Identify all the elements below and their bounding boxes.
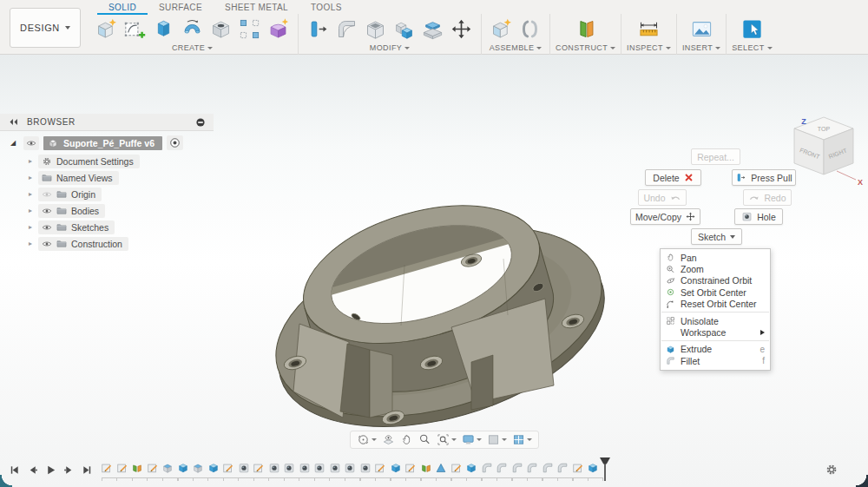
activate-component-radio-icon[interactable] [169,137,181,148]
expand-arrow-icon[interactable]: ▸ [26,223,35,231]
expand-arrow-icon[interactable]: ▸ [26,157,35,165]
redo-button[interactable]: Redo [743,189,792,206]
menu-item-workspace[interactable]: Workspace [661,326,770,338]
timeline-feature-hole-12[interactable] [268,461,280,475]
timeline-feature-hole-13[interactable] [283,461,295,475]
create-sketch-tool-button[interactable] [121,15,149,43]
browser-item-named-views[interactable]: ▸Named Views [0,169,214,186]
move-tool-button[interactable] [447,15,476,43]
timeline-feature-fillet-27[interactable] [496,461,508,475]
menu-item-unisolate[interactable]: Unisolate [661,315,770,326]
timeline-feature-fillet-30[interactable] [542,461,554,475]
group-label-construct[interactable]: CONSTRUCT [556,43,615,55]
new-component-tool-button[interactable] [92,15,121,43]
browser-item-sketches[interactable]: ▸Sketches [0,219,214,235]
press-pull-button[interactable]: Press Pull [732,169,796,186]
timeline-feature-sketch-11[interactable] [253,461,265,475]
group-label-insert[interactable]: INSERT [682,43,720,55]
look-at-button[interactable] [380,433,397,446]
timeline-feature-fillet-29[interactable] [526,461,538,475]
timeline-feature-plane-3[interactable] [131,461,143,475]
timeline-feature-sketch-2[interactable] [116,461,128,475]
timeline-feature-extrude-33[interactable] [587,461,599,475]
step-forward-button[interactable] [62,464,76,477]
chevron-down-icon[interactable] [372,438,377,441]
pattern-tool-button[interactable] [235,15,264,43]
step-back-button[interactable] [25,464,39,477]
group-label-inspect[interactable]: INSPECT [627,43,671,55]
group-label-create[interactable]: CREATE [172,43,213,55]
zoom-nav-button[interactable] [417,433,433,446]
viewcube-top-label[interactable]: TOP [818,126,831,132]
timeline-feature-sketch-4[interactable] [147,461,159,475]
sketch-dropdown-button[interactable]: Sketch [691,228,742,245]
chevron-down-icon[interactable] [477,438,482,441]
menu-item-zoom[interactable]: Zoom [661,263,770,274]
menu-item-pan[interactable]: Pan [661,252,770,263]
group-label-modify[interactable]: MODIFY [370,43,410,55]
expand-arrow-icon[interactable]: ▸ [26,190,35,198]
go-to-end-button[interactable] [80,464,94,477]
display-button[interactable] [460,433,483,446]
timeline-feature-plane-22[interactable] [420,461,432,475]
timeline-feature-extrude-8[interactable] [207,461,220,475]
chevron-down-icon[interactable] [451,438,457,441]
move-copy-button[interactable]: Move/Copy [630,208,700,225]
timeline-feature-extrude-20[interactable] [390,461,402,475]
browser-item-construction[interactable]: ▸Construction [0,235,214,252]
timeline-feature-hole-17[interactable] [344,461,356,475]
construct-plane-tool-button[interactable] [571,15,600,43]
timeline-feature-extrude-6[interactable] [177,461,189,475]
tab-solid[interactable]: SOLID [97,0,148,15]
form-tool-button[interactable] [264,15,293,43]
delete-button[interactable]: Delete [645,169,701,186]
combine-tool-button[interactable] [390,15,418,43]
shell-tool-button[interactable] [361,15,390,43]
timeline-feature-extrude-cut-5[interactable] [161,461,174,475]
menu-item-constrained-orbit[interactable]: Constrained Orbit [661,275,770,286]
expand-arrow-icon[interactable]: ▸ [26,174,35,181]
select-tool-button[interactable] [738,15,766,43]
timeline-feature-fillet-28[interactable] [511,461,523,475]
revolve-tool-button[interactable] [178,15,207,43]
timeline-feature-sketch-19[interactable] [374,461,386,475]
timeline-feature-fillet-26[interactable] [481,461,493,475]
browser-item-bodies[interactable]: ▸Bodies [0,202,214,219]
expand-arrow-icon[interactable]: ▸ [26,240,35,247]
chevron-down-icon[interactable] [527,438,532,441]
measure-tool-button[interactable] [635,15,663,43]
display-filter-icon[interactable] [195,117,206,128]
browser-item-origin[interactable]: ▸Origin [0,186,214,202]
pan-nav-button[interactable] [398,433,415,446]
group-label-select[interactable]: SELECT [732,43,772,55]
browser-item-document-settings[interactable]: ▸Document Settings [0,153,214,169]
expand-arrow-icon[interactable]: ▸ [26,207,35,214]
viewports-button[interactable] [510,433,534,446]
repeat-button[interactable]: Repeat... [691,148,740,165]
joint-tool-button[interactable] [516,15,544,43]
timeline-feature-sketch-1[interactable] [101,461,113,475]
view-cube[interactable]: TOP FRONT RIGHT Z X [783,110,865,199]
collapse-panel-icon[interactable] [8,118,19,127]
timeline-feature-sketch-24[interactable] [450,461,463,475]
group-label-assemble[interactable]: ASSEMBLE [490,43,542,55]
press-pull-tool-button[interactable] [304,15,332,43]
tab-tools[interactable]: TOOLS [299,0,353,15]
menu-item-extrude[interactable]: Extrudee [661,344,770,355]
workspace-design-button[interactable]: DESIGN [10,8,81,48]
menu-item-reset-orbit-center[interactable]: Reset Orbit Center [661,299,770,310]
fillet-tool-button[interactable] [332,15,361,43]
tab-surface[interactable]: SURFACE [148,0,214,15]
browser-root-component[interactable]: ◢ Suporte_Pé_Puffe v6 [0,134,214,152]
timeline-feature-sketch-32[interactable] [572,461,584,475]
expand-arrow-icon[interactable]: ◢ [10,139,19,147]
timeline-feature-hole-10[interactable] [238,461,250,475]
tab-sheet-metal[interactable]: SHEET METAL [214,0,299,15]
timeline-feature-loft-23[interactable] [435,461,447,475]
visibility-eye-icon[interactable] [26,138,36,148]
timeline-feature-extrude-cut-7[interactable] [192,461,204,475]
model-body-suporte-pe-puffe[interactable] [243,185,634,463]
extrude-tool-button[interactable] [149,15,178,43]
timeline-feature-hole-16[interactable] [329,461,341,475]
menu-item-fillet[interactable]: Filletf [661,355,770,366]
